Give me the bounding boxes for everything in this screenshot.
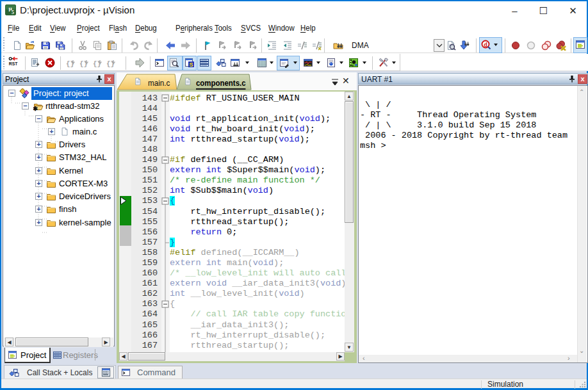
svg-text:5: 5 bbox=[12, 10, 14, 15]
